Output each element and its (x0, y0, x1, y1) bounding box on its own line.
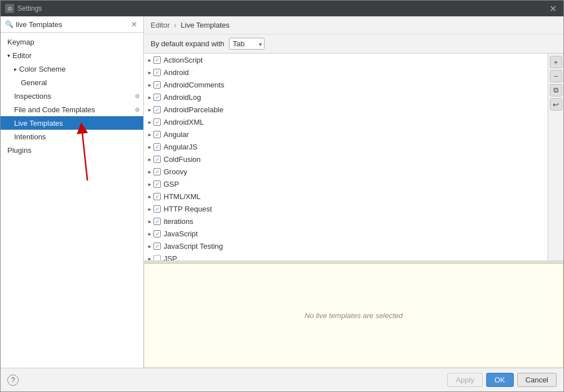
template-checkbox[interactable] (153, 56, 161, 64)
template-checkbox[interactable] (153, 106, 161, 113)
content-area: 🔍 ✕ Keymap ▾ Editor ▸ Color Scheme (1, 16, 563, 368)
add-button[interactable]: + (550, 56, 562, 68)
breadcrumb-separator: › (174, 21, 179, 29)
chevron-right-icon: ▸ (148, 156, 151, 162)
main-area: Editor › Live Templates By default expan… (144, 16, 563, 368)
expand-select-wrap: Tab Enter Space (229, 38, 265, 50)
template-checkbox[interactable] (153, 218, 161, 225)
no-templates-message: No live templates are selected (305, 311, 403, 320)
breadcrumb-editor: Editor (151, 21, 170, 29)
main-content: By default expand with Tab Enter Space (144, 34, 563, 368)
template-checkbox[interactable] (153, 156, 161, 163)
list-item[interactable]: ▸ AndroidLog (144, 91, 548, 103)
bottom-panel: No live templates are selected (144, 263, 563, 368)
template-checkbox[interactable] (153, 205, 161, 213)
undo-button[interactable]: ↩ (550, 98, 562, 111)
sidebar-item-plugins[interactable]: Plugins (1, 143, 143, 157)
template-checkbox[interactable] (153, 69, 161, 76)
chevron-right-icon: ▸ (14, 66, 17, 72)
chevron-right-icon: ▸ (148, 206, 151, 212)
list-item[interactable]: ▸ AndroidParcelable (144, 103, 548, 116)
list-item[interactable]: ▸ ColdFusion (144, 153, 548, 165)
chevron-right-icon: ▸ (148, 119, 151, 125)
apply-button[interactable]: Apply (447, 373, 483, 387)
chevron-right-icon: ▸ (148, 94, 151, 100)
gear-icon: ⚙ (135, 93, 140, 99)
list-item[interactable]: ▸ AndroidXML (144, 116, 548, 128)
list-item[interactable]: ▸ Groovy (144, 165, 548, 178)
templates-list: ▸ ActionScript ▸ Android ▸ (144, 54, 548, 261)
sidebar-item-general[interactable]: General (1, 76, 143, 89)
sidebar-tree: Keymap ▾ Editor ▸ Color Scheme General (1, 33, 143, 368)
template-checkbox[interactable] (153, 168, 161, 175)
template-checkbox[interactable] (153, 143, 161, 151)
template-checkbox[interactable] (153, 118, 161, 126)
chevron-right-icon: ▸ (148, 256, 151, 261)
search-box: 🔍 ✕ (1, 16, 143, 33)
help-button[interactable]: ? (7, 375, 19, 386)
list-item[interactable]: ▸ iterations (144, 215, 548, 227)
breadcrumb-live-templates: Live Templates (181, 21, 230, 29)
list-item[interactable]: ▸ JavaScript Testing (144, 240, 548, 252)
chevron-right-icon: ▸ (148, 181, 151, 187)
list-item[interactable]: ▸ AndroidComments (144, 78, 548, 91)
chevron-right-icon: ▸ (148, 193, 151, 200)
template-checkbox[interactable] (153, 94, 161, 101)
ok-button[interactable]: OK (486, 373, 514, 387)
template-checkbox[interactable] (153, 180, 161, 188)
list-item[interactable]: ▸ GSP (144, 178, 548, 190)
list-item[interactable]: ▸ JSP (144, 252, 548, 261)
list-item[interactable]: ▸ HTTP Request (144, 202, 548, 215)
list-item[interactable]: ▸ ActionScript (144, 54, 548, 66)
chevron-right-icon: ▸ (148, 231, 151, 237)
search-clear-button[interactable]: ✕ (130, 20, 139, 29)
sidebar-item-editor[interactable]: ▾ Editor (1, 49, 143, 62)
gear-icon: ⚙ (135, 107, 140, 113)
chevron-right-icon: ▸ (148, 82, 151, 88)
close-button[interactable]: ✕ (547, 3, 559, 14)
chevron-right-icon: ▸ (148, 243, 151, 249)
chevron-right-icon: ▸ (148, 69, 151, 76)
list-item[interactable]: ▸ HTML/XML (144, 190, 548, 202)
list-item[interactable]: ▸ AngularJS (144, 140, 548, 153)
chevron-right-icon: ▸ (148, 218, 151, 224)
expand-select[interactable]: Tab Enter Space (229, 38, 265, 50)
search-input[interactable] (16, 20, 130, 29)
template-checkbox[interactable] (153, 255, 161, 261)
settings-window: ⚙ Settings ✕ 🔍 ✕ Keymap ▾ Editor (0, 0, 564, 392)
app-icon: ⚙ (5, 4, 14, 13)
main-content-area: By default expand with Tab Enter Space (144, 34, 563, 368)
toolbar-row: By default expand with Tab Enter Space (144, 34, 563, 54)
chevron-right-icon: ▸ (148, 57, 151, 63)
chevron-right-icon: ▸ (148, 144, 151, 150)
chevron-down-icon: ▾ (7, 52, 10, 59)
sidebar-item-inspections[interactable]: Inspections ⚙ (1, 89, 143, 103)
list-item[interactable]: ▸ Angular (144, 128, 548, 140)
chevron-right-icon: ▸ (148, 169, 151, 175)
chevron-right-icon: ▸ (148, 107, 151, 113)
template-checkbox[interactable] (153, 81, 161, 89)
cancel-button[interactable]: Cancel (517, 373, 557, 387)
sidebar-item-live-templates[interactable]: Live Templates (1, 116, 143, 130)
action-buttons: + − ⧉ ↩ (548, 54, 563, 261)
template-checkbox[interactable] (153, 230, 161, 237)
window-title: Settings (17, 5, 547, 12)
template-checkbox[interactable] (153, 243, 161, 250)
list-item[interactable]: ▸ Android (144, 66, 548, 78)
template-checkbox[interactable] (153, 193, 161, 200)
sidebar-item-intentions[interactable]: Intentions (1, 130, 143, 143)
sidebar-item-file-code-templates[interactable]: File and Code Templates ⚙ (1, 103, 143, 116)
template-checkbox[interactable] (153, 131, 161, 138)
list-and-buttons: ▸ ActionScript ▸ Android ▸ (144, 54, 563, 261)
copy-button[interactable]: ⧉ (550, 84, 562, 96)
titlebar: ⚙ Settings ✕ (1, 1, 563, 16)
footer: ? Apply OK Cancel (1, 368, 563, 391)
breadcrumb: Editor › Live Templates (144, 16, 563, 34)
chevron-right-icon: ▸ (148, 131, 151, 138)
sidebar-item-color-scheme[interactable]: ▸ Color Scheme (1, 62, 143, 76)
remove-button[interactable]: − (550, 70, 562, 82)
sidebar-item-keymap[interactable]: Keymap (1, 35, 143, 49)
search-icon: 🔍 (5, 20, 14, 28)
sidebar: 🔍 ✕ Keymap ▾ Editor ▸ Color Scheme (1, 16, 144, 368)
list-item[interactable]: ▸ JavaScript (144, 227, 548, 240)
